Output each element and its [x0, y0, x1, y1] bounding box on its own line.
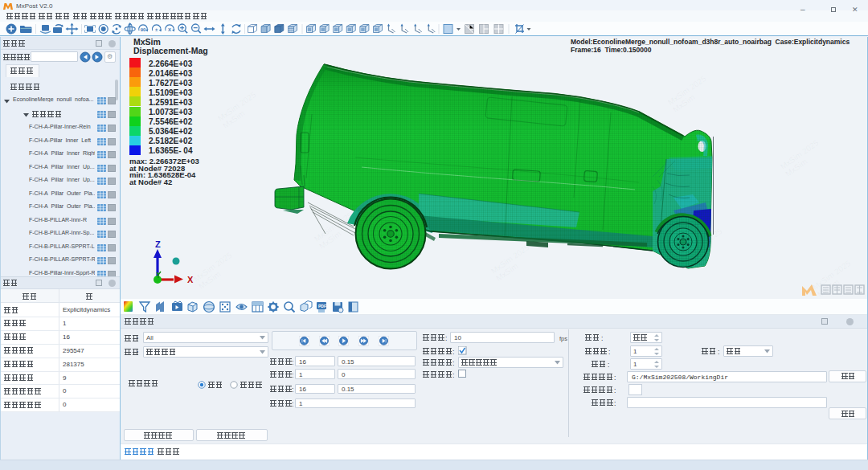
svg-text:PDF: PDF [318, 304, 326, 309]
svg-text:±: ± [155, 27, 158, 32]
svg-text:90: 90 [141, 27, 146, 32]
svg-text:X: X [168, 27, 171, 32]
